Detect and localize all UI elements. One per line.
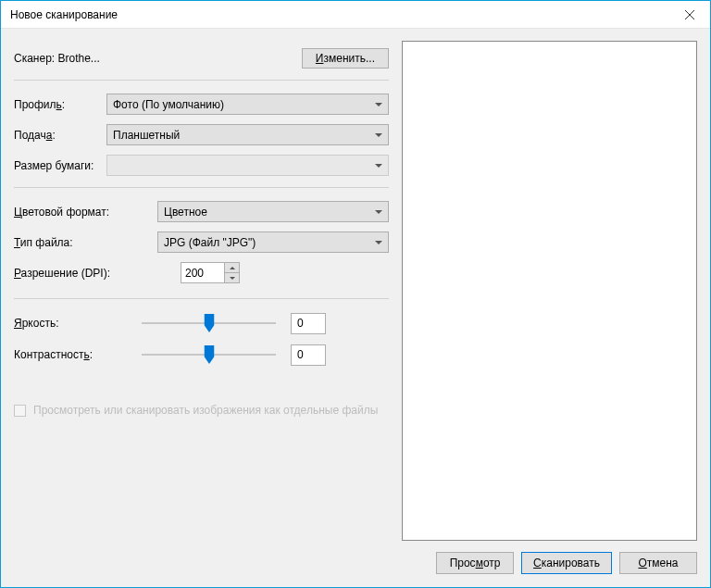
- divider: [14, 298, 389, 299]
- resolution-spinner: [225, 262, 240, 283]
- file-type-select[interactable]: JPG (Файл "JPG"): [157, 231, 389, 253]
- chevron-up-icon: [230, 267, 235, 269]
- brightness-label: Яркость:: [14, 317, 142, 330]
- paper-size-row: Размер бумаги:: [14, 155, 389, 176]
- change-scanner-button[interactable]: Изменить...: [302, 48, 389, 69]
- resolution-input[interactable]: 200: [181, 262, 225, 283]
- preview-button[interactable]: Просмотр: [436, 552, 514, 574]
- color-format-label: Цветовой формат:: [14, 206, 157, 219]
- separate-files-row: Просмотреть или сканировать изображения …: [14, 403, 389, 418]
- scanner-label: Сканер: Brothe...: [14, 52, 302, 65]
- svg-marker-2: [204, 314, 214, 332]
- color-format-row: Цветовой формат: Цветное: [14, 201, 389, 222]
- contrast-row: Контрастность: 0: [14, 344, 389, 366]
- chevron-down-icon: [230, 277, 235, 280]
- preview-area[interactable]: [402, 41, 697, 541]
- resolution-down-button[interactable]: [225, 273, 239, 282]
- brightness-slider[interactable]: [142, 312, 276, 334]
- resolution-row: Разрешение (DPI): 200: [14, 262, 389, 283]
- settings-panel: Сканер: Brothe... Изменить... Профиль: Ф…: [14, 41, 389, 541]
- separate-files-label: Просмотреть или сканировать изображения …: [33, 403, 378, 418]
- dialog-body: Сканер: Brothe... Изменить... Профиль: Ф…: [1, 29, 710, 541]
- close-button[interactable]: [669, 1, 710, 29]
- file-type-row: Тип файла: JPG (Файл "JPG"): [14, 231, 389, 253]
- contrast-value[interactable]: 0: [291, 344, 326, 366]
- titlebar: Новое сканирование: [1, 1, 710, 29]
- dialog-footer: Просмотр Сканировать Отмена: [1, 541, 710, 587]
- scan-button[interactable]: Сканировать: [521, 552, 612, 574]
- scan-dialog: Новое сканирование Сканер: Brothe... Изм…: [0, 0, 711, 588]
- resolution-label: Разрешение (DPI):: [14, 267, 181, 280]
- file-type-label: Тип файла:: [14, 236, 157, 249]
- preview-panel: [402, 41, 697, 541]
- resolution-up-button[interactable]: [225, 263, 239, 273]
- close-icon: [685, 10, 694, 19]
- source-select[interactable]: Планшетный: [106, 124, 389, 145]
- contrast-slider[interactable]: [142, 344, 276, 366]
- cancel-button[interactable]: Отмена: [619, 552, 697, 574]
- brightness-value[interactable]: 0: [291, 313, 326, 334]
- scanner-row: Сканер: Brothe... Изменить...: [14, 48, 389, 69]
- separate-files-checkbox: [14, 405, 26, 417]
- brightness-row: Яркость: 0: [14, 312, 389, 334]
- slider-thumb: [204, 314, 214, 332]
- color-format-select[interactable]: Цветное: [157, 201, 389, 222]
- window-title: Новое сканирование: [10, 8, 669, 21]
- divider: [14, 187, 389, 188]
- source-label: Подача:: [14, 129, 106, 142]
- paper-size-label: Размер бумаги:: [14, 159, 106, 172]
- profile-row: Профиль: Фото (По умолчанию): [14, 94, 389, 115]
- divider: [14, 80, 389, 81]
- slider-thumb: [204, 345, 214, 364]
- paper-size-select: [106, 155, 389, 176]
- source-row: Подача: Планшетный: [14, 124, 389, 145]
- profile-select[interactable]: Фото (По умолчанию): [106, 94, 389, 115]
- contrast-label: Контрастность:: [14, 348, 142, 361]
- svg-marker-3: [204, 345, 214, 364]
- profile-label: Профиль:: [14, 98, 106, 111]
